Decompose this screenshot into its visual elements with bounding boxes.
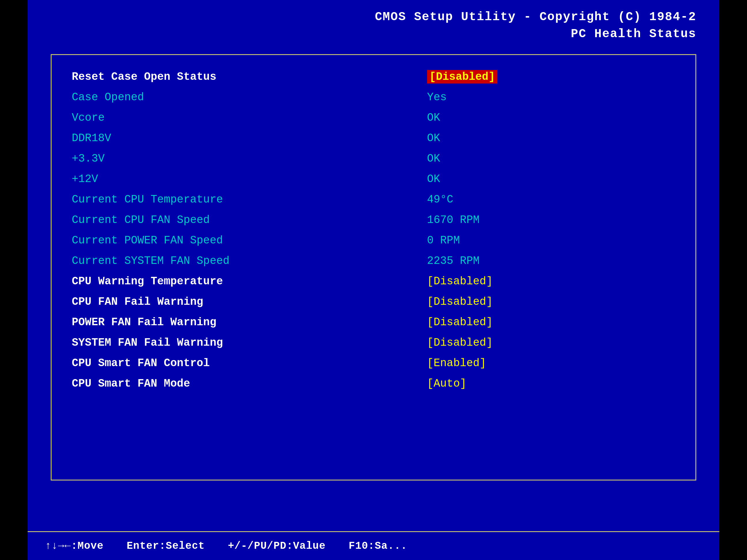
setting-value: [Disabled] <box>404 332 678 353</box>
setting-value: [Auto] <box>404 373 678 394</box>
setting-label: Current SYSTEM FAN Speed <box>69 250 404 271</box>
setting-label: Current CPU FAN Speed <box>69 210 404 230</box>
table-row: Current POWER FAN Speed0 RPM <box>69 230 678 250</box>
setting-label: +12V <box>69 169 404 189</box>
table-row: +3.3VOK <box>69 148 678 169</box>
settings-table: Reset Case Open Status[Disabled]Case Ope… <box>69 66 678 394</box>
setting-value: Yes <box>404 87 678 107</box>
setting-label: CPU Smart FAN Mode <box>69 373 404 394</box>
table-row[interactable]: Reset Case Open Status[Disabled] <box>69 66 678 87</box>
table-row: Case OpenedYes <box>69 87 678 107</box>
setting-value: OK <box>404 107 678 128</box>
setting-label: +3.3V <box>69 148 404 169</box>
setting-value: 2235 RPM <box>404 250 678 271</box>
table-row[interactable]: SYSTEM FAN Fail Warning[Disabled] <box>69 332 678 353</box>
setting-label: Current CPU Temperature <box>69 189 404 210</box>
setting-value: [Disabled] <box>404 292 678 312</box>
table-row[interactable]: CPU FAN Fail Warning[Disabled] <box>69 292 678 312</box>
setting-value: OK <box>404 148 678 169</box>
footer-select: Enter:Select <box>127 540 205 552</box>
table-row: Current CPU Temperature49°C <box>69 189 678 210</box>
setting-value: [Disabled] <box>404 66 678 87</box>
setting-value: [Enabled] <box>404 353 678 373</box>
setting-label: POWER FAN Fail Warning <box>69 312 404 332</box>
bios-screen: CMOS Setup Utility - Copyright (C) 1984-… <box>28 0 719 560</box>
footer-move: ↑↓→←:Move <box>45 540 103 552</box>
setting-label: DDR18V <box>69 128 404 148</box>
footer-save: F10:Sa... <box>349 540 407 552</box>
footer-bar: ↑↓→←:Move Enter:Select +/-/PU/PD:Value F… <box>28 531 719 560</box>
content-box: Reset Case Open Status[Disabled]Case Ope… <box>51 54 696 480</box>
setting-value: 49°C <box>404 189 678 210</box>
table-row: DDR18VOK <box>69 128 678 148</box>
table-row: Current CPU FAN Speed1670 RPM <box>69 210 678 230</box>
setting-value: OK <box>404 169 678 189</box>
setting-label: CPU Smart FAN Control <box>69 353 404 373</box>
setting-label: CPU FAN Fail Warning <box>69 292 404 312</box>
table-row: Current SYSTEM FAN Speed2235 RPM <box>69 250 678 271</box>
setting-label: Reset Case Open Status <box>69 66 404 87</box>
header-line1: CMOS Setup Utility - Copyright (C) 1984-… <box>51 9 696 26</box>
header: CMOS Setup Utility - Copyright (C) 1984-… <box>28 0 719 48</box>
setting-label: Case Opened <box>69 87 404 107</box>
setting-value: OK <box>404 128 678 148</box>
setting-value: [Disabled] <box>404 271 678 292</box>
setting-label: Current POWER FAN Speed <box>69 230 404 250</box>
header-line2: PC Health Status <box>51 26 696 43</box>
table-row[interactable]: CPU Smart FAN Control[Enabled] <box>69 353 678 373</box>
setting-value: 0 RPM <box>404 230 678 250</box>
setting-label: Vcore <box>69 107 404 128</box>
table-row: VcoreOK <box>69 107 678 128</box>
setting-label: SYSTEM FAN Fail Warning <box>69 332 404 353</box>
setting-value: [Disabled] <box>404 312 678 332</box>
table-row[interactable]: CPU Smart FAN Mode[Auto] <box>69 373 678 394</box>
setting-label: CPU Warning Temperature <box>69 271 404 292</box>
footer-value: +/-/PU/PD:Value <box>228 540 326 552</box>
table-row[interactable]: POWER FAN Fail Warning[Disabled] <box>69 312 678 332</box>
setting-value: 1670 RPM <box>404 210 678 230</box>
table-row[interactable]: CPU Warning Temperature[Disabled] <box>69 271 678 292</box>
table-row: +12VOK <box>69 169 678 189</box>
